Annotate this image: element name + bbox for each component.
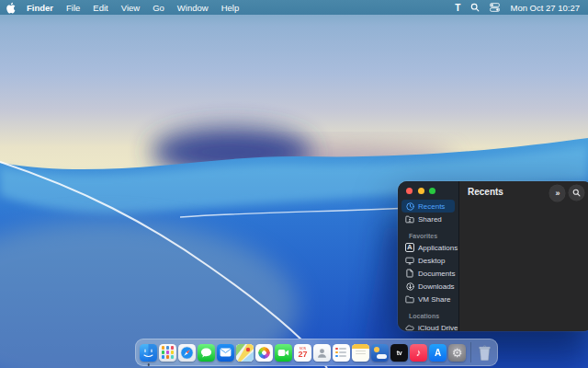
launchpad-grid bbox=[162, 346, 175, 359]
window-title: Recents bbox=[468, 187, 503, 197]
calendar-dock-icon[interactable]: MON 27 bbox=[294, 344, 311, 362]
reminders-dock-icon[interactable] bbox=[333, 344, 350, 362]
control-center-icon[interactable] bbox=[490, 3, 500, 12]
toolbar-more-button[interactable]: » bbox=[549, 185, 565, 201]
sun-glyph bbox=[374, 347, 379, 352]
finder-dock-icon bbox=[140, 344, 157, 362]
t-app-menu-icon[interactable]: T bbox=[455, 3, 460, 13]
sidebar-item-label: Recents bbox=[418, 202, 445, 211]
sidebar-item-label: Downloads bbox=[418, 282, 455, 291]
menu-file[interactable]: File bbox=[60, 0, 86, 15]
document-icon bbox=[405, 269, 414, 278]
gear-icon: ⚙ bbox=[452, 347, 463, 359]
tv-dock-icon[interactable]: tv bbox=[390, 344, 408, 362]
mail-dock-icon[interactable] bbox=[217, 344, 234, 362]
menu-help[interactable]: Help bbox=[215, 0, 246, 15]
menu-view[interactable]: View bbox=[115, 0, 146, 15]
sidebar-item-downloads[interactable]: Downloads bbox=[401, 280, 455, 293]
music-dock-icon[interactable]: ♪ bbox=[410, 344, 427, 362]
sidebar-item-applications[interactable]: A Applications bbox=[401, 241, 455, 254]
launchpad-dock-icon[interactable] bbox=[159, 344, 176, 362]
sidebar-item-vm-share[interactable]: VM Share bbox=[401, 293, 455, 305]
dock-separator bbox=[470, 342, 471, 362]
search-icon bbox=[572, 189, 581, 197]
contacts-dock-icon[interactable] bbox=[313, 344, 331, 362]
sidebar-section-locations: Locations bbox=[401, 305, 455, 321]
spotlight-search-icon[interactable] bbox=[470, 3, 480, 12]
sidebar-item-recents[interactable]: Recents bbox=[401, 200, 455, 213]
sidebar-list: Recents Shared Favorites A bbox=[398, 200, 458, 331]
applications-icon: A bbox=[405, 243, 414, 252]
trash-dock-icon[interactable] bbox=[476, 344, 493, 362]
photos-dock-icon[interactable] bbox=[255, 344, 273, 362]
apple-menu[interactable] bbox=[0, 0, 20, 15]
safari-dock-icon[interactable] bbox=[178, 344, 196, 362]
sidebar-item-label: Desktop bbox=[418, 257, 445, 265]
dock: MON 27 tv ♪ A bbox=[135, 339, 498, 366]
zoom-window-button[interactable] bbox=[429, 188, 435, 194]
sidebar-item-label: Shared bbox=[418, 215, 442, 224]
sidebar-item-label: iCloud Drive bbox=[418, 324, 458, 332]
sidebar-item-desktop[interactable]: Desktop bbox=[401, 254, 455, 267]
sidebar-item-label: Documents bbox=[418, 270, 455, 278]
menu-edit[interactable]: Edit bbox=[86, 0, 114, 15]
folder-icon bbox=[405, 295, 414, 304]
menu-go[interactable]: Go bbox=[146, 0, 171, 15]
menu-bar-status: T Mon Oct 27 10:27 bbox=[455, 0, 588, 15]
system-settings-dock-icon[interactable]: ⚙ bbox=[448, 344, 466, 362]
menu-bar-left: Finder File Edit View Go Window Help bbox=[0, 0, 245, 15]
toolbar-search-button[interactable] bbox=[569, 185, 584, 201]
clock-icon bbox=[405, 202, 414, 211]
music-note-glyph: ♪ bbox=[416, 347, 422, 358]
sidebar-item-icloud-drive[interactable]: iCloud Drive bbox=[401, 321, 455, 331]
menu-finder[interactable]: Finder bbox=[20, 0, 60, 15]
menu-bar-clock[interactable]: Mon Oct 27 10:27 bbox=[510, 3, 580, 13]
notes-dock-icon[interactable] bbox=[352, 344, 369, 362]
desktop: Finder File Edit View Go Window Help T bbox=[0, 0, 588, 368]
sidebar-section-favorites: Favorites bbox=[401, 225, 455, 241]
finder-sidebar: Recents Shared Favorites A bbox=[398, 181, 459, 331]
finder-window: Recents Shared Favorites A bbox=[398, 181, 588, 331]
desktop-display-icon bbox=[405, 257, 414, 265]
calendar-day-number: 27 bbox=[298, 351, 307, 359]
apple-logo-icon bbox=[6, 2, 16, 14]
finder-running-indicator bbox=[147, 363, 150, 366]
maps-dock-icon[interactable] bbox=[236, 344, 254, 362]
messages-dock-icon[interactable] bbox=[198, 344, 215, 362]
sidebar-item-documents[interactable]: Documents bbox=[401, 267, 455, 280]
app-store-dock-icon[interactable]: A bbox=[429, 344, 447, 362]
sidebar-item-label: VM Share bbox=[418, 295, 451, 304]
cloud-icon bbox=[405, 324, 414, 331]
notes-header-band bbox=[352, 344, 369, 349]
menu-window[interactable]: Window bbox=[171, 0, 215, 15]
downloads-icon bbox=[405, 282, 414, 291]
menu-bar: Finder File Edit View Go Window Help T bbox=[0, 0, 588, 15]
weather-dock-icon[interactable] bbox=[371, 344, 389, 362]
minimize-window-button[interactable] bbox=[418, 188, 424, 194]
app-store-a-glyph: A bbox=[435, 348, 441, 358]
dock-item-finder[interactable] bbox=[140, 344, 157, 362]
facetime-dock-icon[interactable] bbox=[275, 344, 292, 362]
cloud-glyph bbox=[377, 354, 387, 359]
tv-logo-glyph: tv bbox=[397, 350, 402, 356]
photos-flower-glyph bbox=[258, 347, 270, 359]
shared-folder-icon bbox=[405, 215, 414, 224]
sidebar-item-label: Applications bbox=[418, 244, 458, 252]
close-window-button[interactable] bbox=[406, 188, 413, 194]
sidebar-item-shared[interactable]: Shared bbox=[401, 213, 455, 225]
window-controls bbox=[398, 184, 458, 200]
